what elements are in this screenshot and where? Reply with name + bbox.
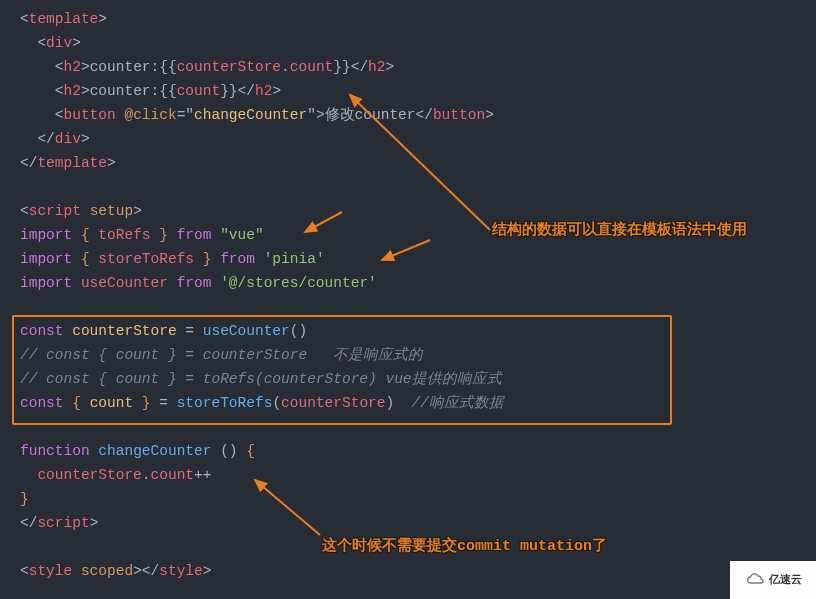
code-line <box>20 296 816 320</box>
code-line: </template> <box>20 152 816 176</box>
code-line: <h2>counter:{{counterStore.count}}</h2> <box>20 56 816 80</box>
cloud-icon <box>744 573 766 587</box>
code-line: <div> <box>20 32 816 56</box>
code-line: // const { count } = counterStore 不是响应式的 <box>20 344 816 368</box>
annotation-text: 结构的数据可以直接在模板语法中使用 <box>492 219 747 244</box>
watermark-logo: 亿速云 <box>730 561 816 599</box>
code-line: <button @click="changeCounter">修改counter… <box>20 104 816 128</box>
code-line <box>20 416 816 440</box>
annotation-text: 这个时候不需要提交commit mutation了 <box>322 535 607 560</box>
code-line: counterStore.count++ <box>20 464 816 488</box>
code-line: <h2>counter:{{count}}</h2> <box>20 80 816 104</box>
watermark-text: 亿速云 <box>769 571 802 589</box>
code-line: <template> <box>20 8 816 32</box>
code-line: const counterStore = useCounter() <box>20 320 816 344</box>
code-line: <style scoped></style> <box>20 560 816 584</box>
code-line: // const { count } = toRefs(counterStore… <box>20 368 816 392</box>
code-line <box>20 176 816 200</box>
code-line: </div> <box>20 128 816 152</box>
code-line: </script> <box>20 512 816 536</box>
code-line: } <box>20 488 816 512</box>
code-line: import { storeToRefs } from 'pinia' <box>20 248 816 272</box>
code-line: import useCounter from '@/stores/counter… <box>20 272 816 296</box>
code-editor: <template> <div> <h2>counter:{{counterSt… <box>0 0 816 592</box>
code-line: const { count } = storeToRefs(counterSto… <box>20 392 816 416</box>
code-line: function changeCounter () { <box>20 440 816 464</box>
